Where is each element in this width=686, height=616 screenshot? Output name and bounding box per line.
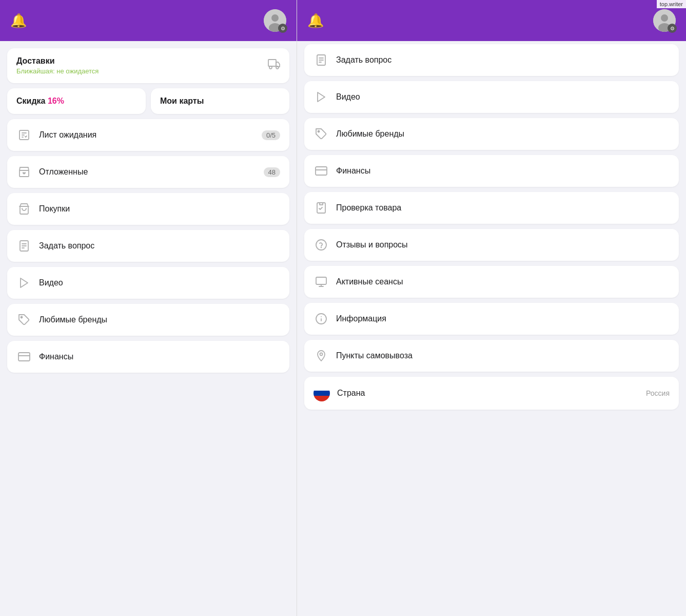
menu-item-wishlist[interactable]: Лист ожидания 0/5 xyxy=(7,119,289,151)
my-cards-label: Мои карты xyxy=(160,97,204,106)
pickup-label: Пункты самовывоза xyxy=(336,351,670,360)
video-label-left: Видео xyxy=(39,278,280,287)
menu-item-ask-right[interactable]: Задать вопрос xyxy=(304,44,679,76)
menu-item-brands[interactable]: Любимые бренды xyxy=(7,304,289,336)
bell-icon-left[interactable]: 🔔 xyxy=(10,13,27,29)
avatar-right[interactable]: ⚙ xyxy=(653,9,676,32)
ask-label-right: Задать вопрос xyxy=(336,55,670,65)
delivery-text: Доставки Ближайшая: не ожидается xyxy=(16,56,99,75)
wishlist-label: Лист ожидания xyxy=(39,130,254,140)
bag-icon xyxy=(16,201,32,217)
menu-item-info[interactable]: Информация xyxy=(304,303,679,335)
deferred-badge: 48 xyxy=(264,167,280,177)
svg-point-17 xyxy=(318,131,320,132)
flag-red-stripe xyxy=(313,396,330,401)
svg-point-24 xyxy=(320,353,323,356)
finance-label-left: Финансы xyxy=(39,352,280,361)
discount-cards-row: Скидка 16% Мои карты xyxy=(7,88,289,114)
right-content: Задать вопрос Видео Любимые бренды xyxy=(297,41,686,616)
discount-value: 16% xyxy=(48,97,64,105)
svg-point-21 xyxy=(321,247,322,248)
menu-item-video-right[interactable]: Видео xyxy=(304,81,679,113)
menu-item-sessions[interactable]: Активные сеансы xyxy=(304,266,679,298)
bell-icon-right[interactable]: 🔔 xyxy=(307,13,324,29)
info-icon xyxy=(313,311,329,326)
menu-item-country[interactable]: Страна Россия xyxy=(304,377,679,410)
top-writer-badge: top.writer xyxy=(657,0,686,8)
menu-item-brands-right[interactable]: Любимые бренды xyxy=(304,118,679,150)
svg-rect-22 xyxy=(316,277,326,284)
menu-item-ask[interactable]: Задать вопрос xyxy=(7,230,289,262)
delivery-card[interactable]: Доставки Ближайшая: не ожидается xyxy=(7,48,289,83)
video-label-right: Видео xyxy=(336,92,670,102)
sessions-label: Активные сеансы xyxy=(336,277,670,286)
menu-item-video[interactable]: Видео xyxy=(7,267,289,299)
menu-item-pickup[interactable]: Пункты самовывоза xyxy=(304,340,679,372)
location-icon xyxy=(313,348,329,363)
svg-marker-16 xyxy=(318,92,325,102)
document-icon-right xyxy=(313,52,329,68)
product-check-label: Проверка товара xyxy=(336,203,670,213)
left-header: 🔔 ⚙ xyxy=(0,0,297,41)
svg-point-1 xyxy=(271,14,279,22)
menu-item-product-check[interactable]: Проверка товара xyxy=(304,192,679,224)
svg-point-4 xyxy=(269,66,272,69)
reviews-label: Отзывы и вопросы xyxy=(336,240,670,249)
monitor-icon xyxy=(313,274,329,290)
right-header: 🔔 ⚙ xyxy=(297,0,686,41)
clipboard-check-icon xyxy=(313,200,329,216)
left-content: Доставки Ближайшая: не ожидается Скидка … xyxy=(0,41,297,616)
question-bubble-icon xyxy=(313,237,329,253)
menu-item-finance-right[interactable]: Финансы xyxy=(304,155,679,187)
flag-blue-stripe xyxy=(313,391,330,396)
menu-item-finance-left[interactable]: Финансы xyxy=(7,341,289,373)
my-cards-card[interactable]: Мои карты xyxy=(151,88,289,114)
svg-point-10 xyxy=(21,317,23,318)
ask-label-left: Задать вопрос xyxy=(39,241,280,251)
menu-item-purchases[interactable]: Покупки xyxy=(7,193,289,225)
flag-white-stripe xyxy=(313,385,330,391)
country-label: Страна xyxy=(337,389,639,398)
credit-card-icon-right xyxy=(313,163,329,179)
tag-icon-right xyxy=(313,126,329,142)
purchases-label: Покупки xyxy=(39,204,280,214)
svg-rect-11 xyxy=(18,353,30,361)
svg-point-13 xyxy=(661,14,668,22)
svg-rect-18 xyxy=(316,167,327,175)
wishlist-badge: 0/5 xyxy=(262,130,280,140)
menu-item-reviews[interactable]: Отзывы и вопросы xyxy=(304,229,679,261)
country-value: Россия xyxy=(646,389,670,397)
credit-card-icon-left xyxy=(16,349,32,364)
tag-icon-left xyxy=(16,312,32,328)
truck-icon xyxy=(268,58,280,73)
svg-point-20 xyxy=(316,240,326,250)
avatar-left[interactable]: ⚙ xyxy=(264,9,286,32)
play-icon-left xyxy=(16,275,32,291)
gear-icon-right[interactable]: ⚙ xyxy=(668,24,677,33)
brands-label-right: Любимые бренды xyxy=(336,129,670,139)
gear-icon-left[interactable]: ⚙ xyxy=(278,24,287,33)
menu-item-deferred[interactable]: Отложенные 48 xyxy=(7,156,289,188)
discount-label: Скидка 16% xyxy=(16,97,64,106)
svg-marker-9 xyxy=(21,278,28,287)
russia-flag-icon xyxy=(313,385,330,401)
box-heart-icon xyxy=(16,164,32,180)
svg-rect-3 xyxy=(268,60,276,66)
deferred-label: Отложенные xyxy=(39,167,257,177)
right-panel: 🔔 ⚙ Задать вопрос xyxy=(297,0,686,616)
delivery-title: Доставки xyxy=(16,56,99,66)
delivery-subtitle: Ближайшая: не ожидается xyxy=(16,67,99,75)
brands-label-left: Любимые бренды xyxy=(39,315,280,324)
finance-label-right: Финансы xyxy=(336,166,670,176)
play-icon-right xyxy=(313,89,329,105)
heart-list-icon xyxy=(16,127,32,143)
discount-card[interactable]: Скидка 16% xyxy=(7,88,146,114)
left-panel: 🔔 ⚙ Доставки Ближайшая: не ожидается xyxy=(0,0,297,616)
svg-point-5 xyxy=(276,66,279,69)
info-label: Информация xyxy=(336,314,670,323)
document-icon-left xyxy=(16,238,32,254)
